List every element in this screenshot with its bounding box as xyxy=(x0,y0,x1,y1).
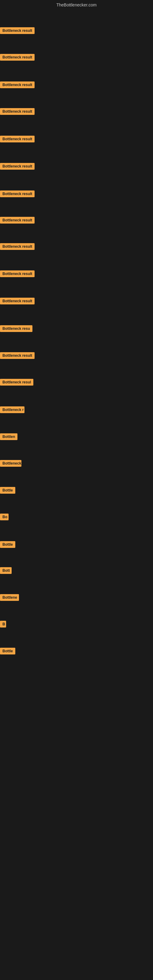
bottleneck-badge-1: Bottleneck result xyxy=(0,27,35,34)
bottleneck-result-item[interactable]: Bo xyxy=(0,514,9,522)
bottleneck-result-item[interactable]: Bottleneck xyxy=(0,460,21,468)
bottleneck-badge-12: Bottleneck resu xyxy=(0,325,32,332)
bottleneck-result-item[interactable]: Bottle xyxy=(0,648,15,656)
bottleneck-result-item[interactable]: Bottle xyxy=(0,487,15,495)
bottleneck-result-item[interactable]: Bottleneck result xyxy=(0,27,35,35)
bottleneck-result-item[interactable]: Bottleneck resu xyxy=(0,325,32,333)
bottleneck-result-item[interactable]: Bottleneck result xyxy=(0,54,35,62)
bottleneck-badge-4: Bottleneck result xyxy=(0,108,35,115)
bottleneck-result-item[interactable]: Bottleneck r xyxy=(0,406,24,414)
bottleneck-badge-5: Bottleneck result xyxy=(0,136,35,142)
bottleneck-badge-16: Bottlen xyxy=(0,433,18,440)
bottleneck-badge-3: Bottleneck result xyxy=(0,81,35,88)
bottleneck-badge-13: Bottleneck result xyxy=(0,352,35,359)
bottleneck-result-item[interactable]: Bottleneck result xyxy=(0,191,35,199)
site-title: TheBottlenecker.com xyxy=(0,0,153,10)
bottleneck-badge-19: Bo xyxy=(0,514,9,520)
bottleneck-result-item[interactable]: Bottlen xyxy=(0,433,18,441)
bottleneck-result-item[interactable]: Bottleneck result xyxy=(0,243,35,251)
bottleneck-badge-8: Bottleneck result xyxy=(0,217,35,224)
bottleneck-result-item[interactable]: Bottleneck result xyxy=(0,217,35,225)
bottleneck-result-item[interactable]: Bottleneck result xyxy=(0,108,35,116)
bottleneck-result-item[interactable]: Bottleneck result xyxy=(0,298,35,305)
bottleneck-result-item[interactable]: Bottle xyxy=(0,541,15,549)
bottleneck-result-item[interactable]: Bottlene xyxy=(0,594,19,602)
bottleneck-result-item[interactable]: Bottleneck result xyxy=(0,81,35,89)
bottleneck-badge-20: Bottle xyxy=(0,541,15,548)
bottleneck-badge-24: Bottle xyxy=(0,648,15,654)
bottleneck-result-item[interactable]: B xyxy=(0,621,6,629)
bottleneck-badge-17: Bottleneck xyxy=(0,460,21,467)
bottleneck-badge-22: Bottlene xyxy=(0,594,19,601)
bottleneck-result-item[interactable]: Bott xyxy=(0,567,12,575)
bottleneck-badge-11: Bottleneck result xyxy=(0,298,35,304)
bottleneck-result-item[interactable]: Bottleneck result xyxy=(0,352,35,360)
bottleneck-result-item[interactable]: Bottleneck result xyxy=(0,136,35,144)
bottleneck-badge-2: Bottleneck result xyxy=(0,54,35,60)
bottleneck-badge-23: B xyxy=(0,621,6,627)
bottleneck-result-item[interactable]: Bottleneck result xyxy=(0,163,35,171)
bottleneck-badge-7: Bottleneck result xyxy=(0,191,35,197)
bottleneck-result-item[interactable]: Bottleneck result xyxy=(0,270,35,278)
bottleneck-badge-10: Bottleneck result xyxy=(0,270,35,277)
bottleneck-badge-9: Bottleneck result xyxy=(0,243,35,250)
bottleneck-badge-6: Bottleneck result xyxy=(0,163,35,170)
bottleneck-badge-18: Bottle xyxy=(0,487,15,494)
bottleneck-badge-21: Bott xyxy=(0,567,12,574)
bottleneck-badge-14: Bottleneck resul xyxy=(0,379,33,385)
bottleneck-badge-15: Bottleneck r xyxy=(0,406,24,413)
bottleneck-result-item[interactable]: Bottleneck resul xyxy=(0,379,33,387)
